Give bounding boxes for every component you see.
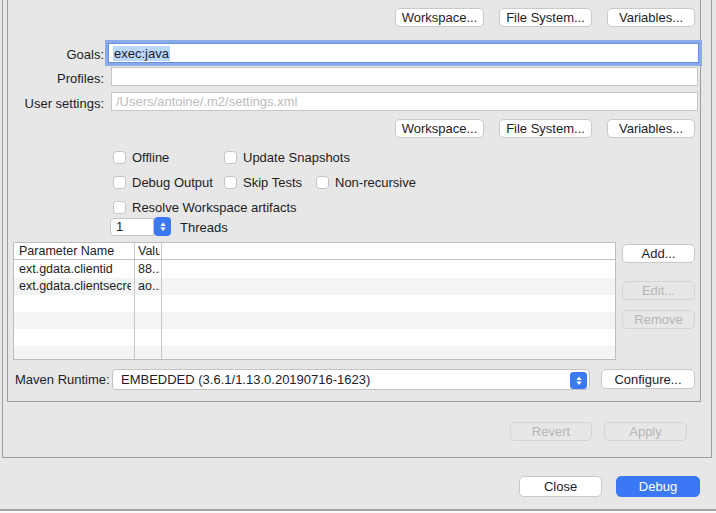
non-recursive-checkbox-label: Non-recursive <box>335 175 416 190</box>
goals-label: Goals: <box>30 47 104 62</box>
maven-runtime-select[interactable]: EMBEDDED (3.6.1/1.13.0.20190716-1623) ▲ … <box>112 369 590 390</box>
checkbox-icon <box>316 176 329 189</box>
workspace-button-settings[interactable]: Workspace... <box>395 119 484 138</box>
resolve-workspace-artifacts-checkbox-label: Resolve Workspace artifacts <box>132 200 297 215</box>
resolve-workspace-artifacts-checkbox[interactable]: Resolve Workspace artifacts <box>113 200 297 215</box>
profiles-label: Profiles: <box>30 71 104 86</box>
table-row[interactable]: ext.gdata.clientsecret ao... <box>14 278 615 295</box>
parameters-table[interactable]: Parameter Name Value ext.gdata.clientid … <box>13 242 616 360</box>
apply-button: Apply <box>604 422 687 441</box>
profiles-input[interactable] <box>111 67 698 86</box>
goals-selected-text: exec:java <box>113 46 170 61</box>
chevron-down-icon: ▼ <box>574 381 582 386</box>
workspace-button-goals[interactable]: Workspace... <box>395 8 484 27</box>
debug-output-checkbox[interactable]: Debug Output <box>113 175 213 190</box>
checkbox-icon <box>113 176 126 189</box>
offline-checkbox[interactable]: Offline <box>113 150 169 165</box>
maven-runtime-label: Maven Runtime: <box>15 372 110 387</box>
chevron-down-icon: ▼ <box>158 227 166 232</box>
non-recursive-checkbox[interactable]: Non-recursive <box>316 175 416 190</box>
user-settings-input[interactable] <box>111 92 698 111</box>
goals-input[interactable]: exec:java <box>108 43 699 63</box>
param-name-cell: ext.gdata.clientsecret <box>19 278 131 295</box>
threads-stepper[interactable]: ▲ ▼ <box>154 217 171 236</box>
checkbox-icon <box>224 176 237 189</box>
checkbox-icon <box>113 151 126 164</box>
column-divider[interactable] <box>134 243 135 359</box>
file-system-button-settings[interactable]: File System... <box>499 119 592 138</box>
parameters-table-header[interactable]: Parameter Name Value <box>14 243 615 260</box>
skip-tests-checkbox[interactable]: Skip Tests <box>224 175 302 190</box>
param-name-cell: ext.gdata.clientid <box>19 261 131 278</box>
configure-button[interactable]: Configure... <box>601 369 695 389</box>
parameters-table-body[interactable]: ext.gdata.clientid 88... ext.gdata.clien… <box>14 261 615 359</box>
threads-label: Threads <box>180 220 228 235</box>
checkbox-icon <box>113 201 126 214</box>
column-divider[interactable] <box>161 243 162 359</box>
update-snapshots-checkbox[interactable]: Update Snapshots <box>224 150 350 165</box>
user-settings-label: User settings: <box>20 96 104 111</box>
skip-tests-checkbox-label: Skip Tests <box>243 175 302 190</box>
threads-spinner-value[interactable]: 1 <box>110 218 154 236</box>
revert-button: Revert <box>510 422 592 441</box>
debug-output-checkbox-label: Debug Output <box>132 175 213 190</box>
select-stepper-icon: ▲ ▼ <box>570 372 587 389</box>
debug-button[interactable]: Debug <box>616 476 700 497</box>
close-button[interactable]: Close <box>519 476 602 497</box>
variables-button-settings[interactable]: Variables... <box>607 119 695 138</box>
maven-run-configuration-dialog: Workspace... File System... Variables...… <box>0 0 716 513</box>
param-value-cell: ao... <box>138 278 160 295</box>
update-snapshots-checkbox-label: Update Snapshots <box>243 150 350 165</box>
file-system-button-goals[interactable]: File System... <box>499 8 592 27</box>
column-header-value[interactable]: Value <box>138 243 160 260</box>
maven-runtime-selected-value: EMBEDDED (3.6.1/1.13.0.20190716-1623) <box>121 372 370 387</box>
table-row[interactable]: ext.gdata.clientid 88... <box>14 261 615 278</box>
variables-button-goals[interactable]: Variables... <box>607 8 695 27</box>
param-value-cell: 88... <box>138 261 160 278</box>
remove-parameter-button: Remove <box>622 310 695 329</box>
column-header-parameter-name[interactable]: Parameter Name <box>19 243 131 260</box>
offline-checkbox-label: Offline <box>132 150 169 165</box>
edit-parameter-button: Edit... <box>622 281 695 300</box>
checkbox-icon <box>224 151 237 164</box>
add-parameter-button[interactable]: Add... <box>622 244 695 263</box>
